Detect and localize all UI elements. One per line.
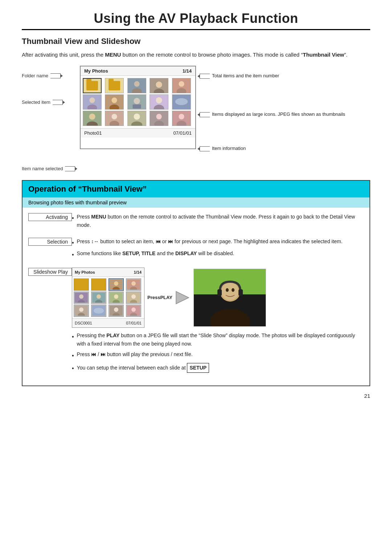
bullet-dot-3: • [72, 250, 74, 260]
thumb-cell-8 [127, 94, 146, 110]
item-info-arrow [200, 146, 210, 151]
slideshow-screens: My Photos 1/14 [72, 268, 364, 328]
svg-point-51 [114, 294, 118, 299]
small-thumb-6 [91, 291, 106, 304]
screen-folder-name: My Photos [84, 68, 108, 74]
photo-svg-6 [83, 95, 101, 109]
selection-label: Selection [28, 238, 72, 246]
svg-point-42 [131, 281, 136, 286]
screen-date: 07/01/01 [173, 130, 192, 136]
small-thumb-3 [109, 278, 124, 291]
small-screen-filename: DSC0001 [75, 320, 92, 326]
screen-filename: Photo01 [84, 130, 102, 136]
small-photo-6 [92, 293, 105, 303]
folder-arrow [50, 73, 61, 78]
svg-point-16 [134, 98, 140, 104]
small-screen-header: My Photos 1/14 [72, 268, 144, 277]
operation-header: Operation of “Thumbnail View” [23, 181, 369, 197]
small-thumb-9 [74, 305, 89, 317]
small-thumb-11 [109, 305, 124, 317]
thumb-cell-4 [150, 78, 168, 93]
diagram-right-labels: Total items and the item number Items di… [196, 66, 345, 155]
thumb-cell-5 [172, 78, 191, 93]
svg-point-22 [175, 98, 187, 105]
small-screen-folder: My Photos [75, 269, 95, 276]
photo-svg-13 [128, 111, 146, 126]
bottom-bullets: • Pressing the PLAY button on a JPEG fil… [72, 331, 364, 373]
bottom-bullet-2: • Press ⏮ / ⏭ button will play the previ… [72, 350, 364, 360]
bottom-bullet-3: • You can setup the interval between eac… [72, 363, 364, 373]
small-thumb-2 [91, 278, 106, 291]
press-play-area: Press PLAY [147, 290, 191, 306]
photo-svg-11 [83, 111, 101, 126]
svg-point-7 [179, 81, 184, 87]
svg-point-57 [79, 307, 83, 312]
photo-preview [193, 269, 266, 327]
selected-item-label: Selected item [22, 99, 80, 105]
svg-point-71 [221, 283, 239, 300]
small-thumb-8 [126, 291, 141, 304]
slideshow-content: My Photos 1/14 [72, 268, 364, 375]
total-items-right-label: Total items and the item number [200, 73, 345, 79]
selected-arrow [53, 100, 63, 105]
selection-bullet-1: • Press ↕↔ button to select an item, ⏮ o… [72, 237, 364, 248]
diagram-left-labels: Folder name Selected item Item name sele… [22, 66, 80, 171]
thumb-cell-13 [127, 111, 146, 126]
thumbnail-diagram: Folder name Selected item Item name sele… [22, 66, 370, 171]
bullet-dot-1: • [72, 213, 74, 223]
folder-name-label: Folder name [22, 73, 80, 78]
operation-subheader: Browsing photo files with thumbnail prev… [23, 197, 369, 208]
svg-point-73 [232, 288, 234, 292]
thumb-cell-14 [150, 111, 168, 126]
small-screen-count: 1/14 [134, 269, 142, 276]
svg-point-30 [134, 114, 140, 120]
thumb-cell-7 [105, 94, 124, 110]
selection-content: • Press ↕↔ button to select an item, ⏮ o… [72, 237, 364, 261]
section-title: Thumbnail View and Slideshow [22, 37, 370, 46]
svg-point-1 [134, 81, 139, 87]
activating-label: Activating [28, 213, 72, 221]
svg-point-19 [156, 97, 162, 103]
thumbnail-screen: My Photos 1/14 [80, 66, 196, 149]
photo-preview-svg [194, 269, 266, 327]
photo-svg-15 [172, 111, 191, 126]
svg-point-72 [226, 288, 229, 292]
svg-rect-74 [217, 289, 222, 296]
slideshow-row: Slideshow Play My Photos 1/14 [28, 268, 364, 375]
activating-bullet: • Press MENU button on the remote contro… [72, 213, 364, 229]
svg-point-36 [179, 114, 184, 119]
small-photo-12 [127, 306, 140, 316]
small-photo-3 [110, 279, 123, 290]
thumb-cell-6 [83, 94, 102, 110]
svg-point-65 [131, 307, 136, 312]
small-thumb-7 [109, 291, 124, 304]
thumb-cell-1 [83, 78, 102, 93]
bottom-bullet-dot-1: • [72, 332, 74, 342]
svg-point-4 [156, 82, 162, 88]
thumb-cell-3 [127, 78, 146, 93]
photo-svg-3 [128, 78, 146, 93]
folder-icon-1 [86, 81, 98, 90]
screen-header: My Photos 1/14 [81, 66, 195, 76]
small-screen-date: 07/01/01 [126, 320, 142, 326]
photo-svg-5 [172, 78, 191, 93]
svg-point-48 [97, 294, 101, 299]
svg-point-45 [79, 294, 83, 299]
thumb-cell-2 [105, 78, 124, 93]
svg-point-60 [94, 308, 104, 314]
item-name-arrow [65, 166, 75, 171]
slideshow-label: Slideshow Play [28, 268, 72, 276]
svg-point-54 [131, 294, 136, 299]
photo-svg-10 [172, 95, 191, 109]
thumb-cell-12 [105, 111, 124, 126]
small-folder-2 [94, 281, 103, 288]
play-arrow-icon [172, 290, 191, 306]
svg-point-10 [89, 98, 95, 103]
bottom-bullet-dot-2: • [72, 351, 74, 360]
thumb-cell-9 [150, 94, 168, 110]
small-thumb-12 [126, 305, 141, 317]
selection-bullet-2: • Some functions like SETUP, TITLE and t… [72, 249, 364, 260]
svg-point-13 [112, 98, 117, 103]
small-photo-9 [75, 306, 88, 316]
screen-count: 1/14 [183, 68, 192, 74]
